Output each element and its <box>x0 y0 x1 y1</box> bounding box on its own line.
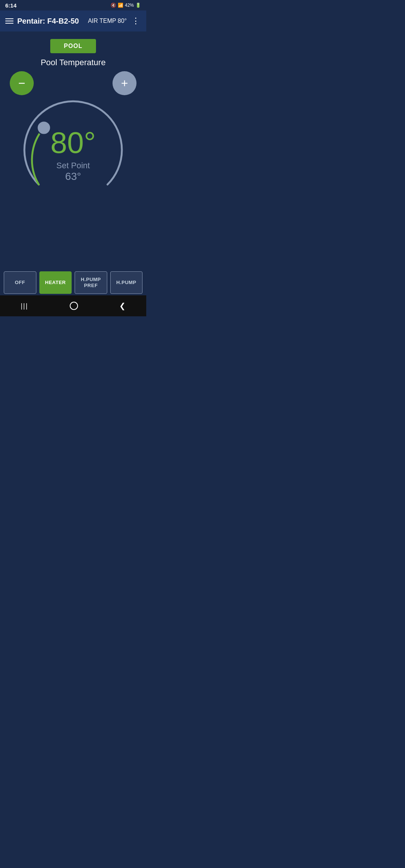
status-time: 6:14 <box>5 2 16 9</box>
recent-apps-icon: ||| <box>21 302 28 310</box>
increase-temp-button[interactable]: + <box>112 71 136 95</box>
pool-selector-button[interactable]: POOL <box>50 39 96 53</box>
temperature-dial[interactable]: 80° Set Point 63° <box>13 91 133 211</box>
battery-text: 42% <box>125 3 134 8</box>
wifi-icon: 📶 <box>118 3 123 8</box>
dial-center-display: 80° Set Point 63° <box>51 128 96 183</box>
heater-label: HEATER <box>45 280 66 286</box>
hpump-pref-label: H.PUMPPREF <box>81 277 101 288</box>
home-icon <box>70 302 78 310</box>
heating-mode-buttons: OFF HEATER H.PUMPPREF H.PUMP <box>0 271 146 294</box>
plus-icon: + <box>121 77 128 89</box>
temperature-controls: − + <box>6 71 140 95</box>
battery-icon: 🔋 <box>135 3 141 8</box>
status-bar: 6:14 🔇 📶 42% 🔋 <box>0 0 146 10</box>
current-temperature: 80° <box>51 128 96 158</box>
set-point-value: 63° <box>65 171 81 183</box>
decrease-temp-button[interactable]: − <box>10 71 34 95</box>
set-point-label: Set Point <box>56 161 90 171</box>
home-button[interactable] <box>70 302 78 310</box>
hpump-label: H.PUMP <box>116 280 136 286</box>
android-nav-bar: ||| ❮ <box>0 295 146 316</box>
hamburger-menu-button[interactable] <box>5 18 14 24</box>
dial-handle <box>37 121 51 135</box>
heater-mode-button[interactable]: HEATER <box>39 271 72 294</box>
recent-apps-button[interactable]: ||| <box>21 302 28 310</box>
air-temp-display: AIR TEMP 80° <box>88 18 127 24</box>
minus-icon: − <box>18 77 26 89</box>
back-icon: ❮ <box>119 301 126 310</box>
mute-icon: 🔇 <box>111 3 116 8</box>
header-title: Pentair: F4-B2-50 <box>17 17 84 25</box>
off-label: OFF <box>15 280 26 286</box>
pool-temperature-label: Pool Temperature <box>40 58 105 67</box>
more-options-button[interactable]: ⋮ <box>130 16 141 26</box>
main-content: POOL Pool Temperature − + 80° Set Point <box>0 31 146 211</box>
hpump-pref-mode-button[interactable]: H.PUMPPREF <box>75 271 107 294</box>
status-icons: 🔇 📶 42% 🔋 <box>111 3 141 8</box>
hpump-mode-button[interactable]: H.PUMP <box>110 271 143 294</box>
header: Pentair: F4-B2-50 AIR TEMP 80° ⋮ <box>0 10 146 31</box>
back-button[interactable]: ❮ <box>119 301 126 310</box>
off-mode-button[interactable]: OFF <box>4 271 36 294</box>
